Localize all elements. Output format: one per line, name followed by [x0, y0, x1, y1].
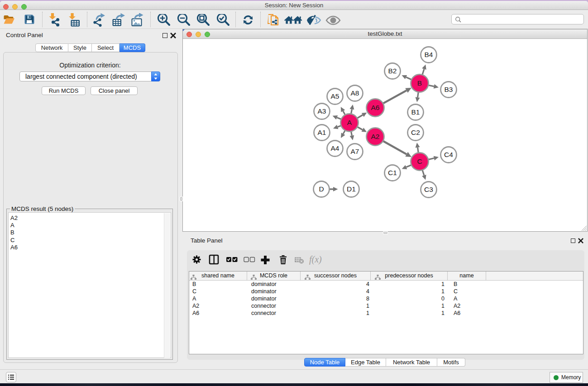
svg-text:C4: C4	[444, 151, 453, 158]
svg-text:A2: A2	[371, 133, 380, 140]
svg-text:A: A	[347, 119, 352, 126]
svg-text:B2: B2	[388, 67, 397, 75]
svg-text:C3: C3	[424, 186, 433, 193]
svg-text:A6: A6	[371, 104, 380, 111]
svg-text:C2: C2	[411, 129, 420, 136]
svg-text:C: C	[417, 157, 422, 165]
svg-text:f(x): f(x)	[309, 254, 322, 265]
svg-text:A1: A1	[318, 129, 326, 136]
svg-text:A7: A7	[351, 148, 359, 155]
svg-text:A8: A8	[351, 89, 359, 97]
svg-text:B3: B3	[445, 86, 453, 93]
svg-text:A4: A4	[331, 144, 339, 152]
svg-text:C1: C1	[388, 169, 397, 176]
svg-text:D1: D1	[347, 185, 356, 193]
svg-text:A3: A3	[318, 107, 326, 115]
svg-text:D: D	[319, 185, 324, 193]
svg-text:B4: B4	[425, 51, 433, 58]
svg-text:B: B	[417, 79, 422, 87]
svg-text:A5: A5	[331, 92, 339, 100]
svg-text:B1: B1	[411, 108, 420, 116]
